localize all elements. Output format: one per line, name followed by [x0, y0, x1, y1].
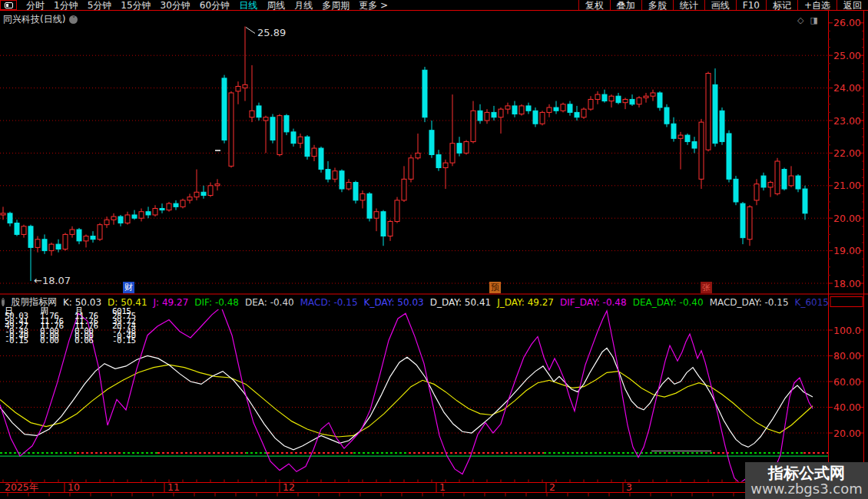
- period-tab[interactable]: 日线: [234, 1, 262, 10]
- chart-title: 同兴科技(日线): [3, 13, 65, 26]
- svg-text:80.00: 80.00: [833, 350, 861, 362]
- period-tab[interactable]: 更多 >: [354, 1, 393, 10]
- svg-text:24.00: 24.00: [833, 82, 861, 94]
- tool-button[interactable]: 多股: [641, 0, 673, 10]
- svg-text:18.00: 18.00: [833, 278, 861, 289]
- layout-split-icon[interactable]: ◨: [810, 15, 817, 25]
- indicator-stat: DIF: -0.48: [194, 297, 239, 308]
- svg-text:20.00: 20.00: [833, 213, 861, 224]
- period-tab[interactable]: 月线: [290, 1, 317, 10]
- indicator-stat: MACD: -0.15: [300, 297, 358, 308]
- svg-text:60.00: 60.00: [833, 376, 861, 388]
- period-tab[interactable]: 分时: [22, 1, 49, 10]
- tool-button[interactable]: 叠加: [610, 0, 641, 10]
- svg-text:21.00: 21.00: [833, 180, 861, 191]
- overlay-value-column: 月11.7611.7611.760.000.000.06: [75, 309, 98, 344]
- indicator-stat: J_DAY: 49.27: [497, 297, 554, 308]
- svg-text:10: 10: [68, 481, 80, 493]
- candlestick-and-indicator-chart[interactable]: 25.89←18.0726.0025.0024.0023.0022.0021.0…: [0, 11, 868, 499]
- watermark-title: 指标公式网: [768, 464, 845, 481]
- svg-text:26.00: 26.00: [833, 17, 861, 28]
- title-dropdown-icon[interactable]: ˅: [69, 15, 78, 24]
- svg-text:25.00: 25.00: [833, 50, 861, 61]
- svg-text:1: 1: [439, 481, 446, 493]
- watermark: 指标公式网 www.zbgs3.com: [745, 462, 868, 499]
- tool-button[interactable]: 统计: [673, 0, 704, 10]
- period-tab[interactable]: 1分钟: [49, 1, 83, 10]
- indicator-stat: DEA_DAY: -0.40: [633, 297, 704, 308]
- svg-text:11: 11: [167, 481, 180, 493]
- period-tab[interactable]: 多周期: [317, 1, 354, 10]
- period-tab[interactable]: 周线: [262, 1, 290, 10]
- event-badge[interactable]: 张: [701, 282, 712, 293]
- svg-text:2: 2: [549, 481, 555, 493]
- tool-button[interactable]: 复权: [578, 0, 610, 10]
- event-badge[interactable]: 财: [123, 282, 134, 293]
- corner-icons: ◇ ◨: [797, 15, 818, 25]
- svg-text:2025年: 2025年: [5, 481, 38, 493]
- indicator-source-label[interactable]: 股朋指标网: [11, 296, 57, 309]
- period-tab[interactable]: 30分钟: [156, 1, 195, 10]
- top-toolbar: 分时1分钟5分钟15分钟30分钟60分钟日线周线月线多周期更多 > 复权叠加多股…: [0, 0, 868, 11]
- overlay-value-column: 日50.0350.4149.27-0.48-0.40-0.15: [5, 309, 28, 344]
- indicator-stat: D_DAY: 50.41: [430, 297, 492, 308]
- trading-app-window: 分时1分钟5分钟15分钟30分钟60分钟日线周线月线多周期更多 > 复权叠加多股…: [0, 0, 868, 499]
- tools-toolbar: 复权叠加多股统计画线F10标记+自选返回: [578, 0, 868, 10]
- indicator-collapse-icon[interactable]: ˅: [2, 298, 5, 306]
- svg-text:23.00: 23.00: [833, 115, 861, 127]
- tool-button[interactable]: F10: [736, 0, 766, 10]
- tool-button[interactable]: 返回: [837, 0, 868, 10]
- tool-button[interactable]: 标记: [766, 0, 797, 10]
- chart-title-row: 同兴科技(日线) ˅: [3, 13, 78, 26]
- indicator-stat: DIF_DAY: -0.48: [560, 297, 627, 308]
- period-tab[interactable]: 5分钟: [83, 1, 117, 10]
- svg-text:19.00: 19.00: [833, 245, 861, 256]
- period-toolbar: 分时1分钟5分钟15分钟30分钟60分钟日线周线月线多周期更多 >: [0, 0, 393, 10]
- indicator-stat: K_DAY: 50.03: [364, 297, 424, 308]
- overlay-value-column: 周1.7611.7611.760.000.000.00: [40, 309, 64, 344]
- period-tab[interactable]: 15分钟: [116, 1, 155, 10]
- indicator-stat: K_6015: 28.75: [795, 297, 828, 308]
- svg-text:3: 3: [626, 481, 632, 493]
- panel-toggle-icon[interactable]: [0, 0, 17, 10]
- tool-button[interactable]: 画线: [704, 0, 736, 10]
- svg-text:←18.07: ←18.07: [34, 275, 71, 286]
- period-tab[interactable]: 60分钟: [195, 1, 234, 10]
- svg-text:40.00: 40.00: [833, 402, 861, 413]
- tool-button[interactable]: +自选: [797, 0, 837, 10]
- indicator-stat: DEA: -0.40: [245, 297, 294, 308]
- svg-text:25.89: 25.89: [257, 27, 286, 38]
- event-badge[interactable]: 预: [489, 282, 501, 293]
- diamond-icon[interactable]: ◇: [797, 15, 803, 25]
- svg-text:100.0: 100.0: [833, 325, 861, 336]
- watermark-url: www.zbgs3.com: [750, 481, 863, 497]
- svg-text:20.00: 20.00: [833, 428, 861, 439]
- indicator-stat: J: 49.27: [154, 297, 189, 308]
- svg-text:22.00: 22.00: [833, 147, 861, 159]
- svg-text:12: 12: [283, 481, 295, 493]
- indicator-stat: MACD_DAY: -0.15: [710, 297, 789, 308]
- overlay-value-column: 601528.7539.7220.74-7.48-0.40-0.15: [112, 309, 136, 344]
